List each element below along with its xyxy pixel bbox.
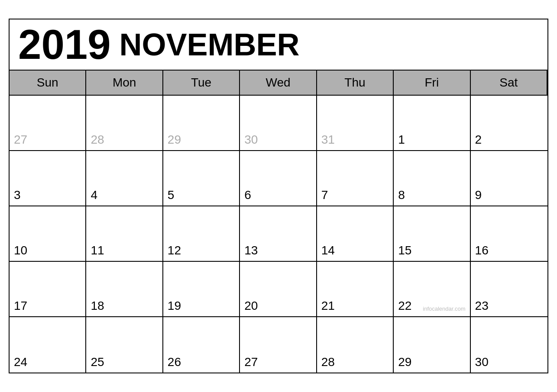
day-number: 5 bbox=[168, 188, 175, 202]
day-cell: 22infocalendar.com bbox=[394, 262, 470, 317]
day-cell: 23 bbox=[471, 262, 547, 317]
watermark: infocalendar.com bbox=[423, 305, 465, 312]
day-cell: 29 bbox=[394, 317, 470, 373]
day-number: 28 bbox=[321, 355, 335, 369]
day-cell: 27 bbox=[240, 317, 317, 373]
day-cell: 28 bbox=[317, 317, 394, 373]
calendar-header: 2019 NOVEMBER bbox=[10, 19, 547, 71]
day-number: 27 bbox=[14, 133, 27, 147]
day-number: 16 bbox=[475, 244, 489, 257]
day-cell: 30 bbox=[240, 96, 317, 151]
day-cell: 27 bbox=[10, 96, 86, 151]
day-number: 30 bbox=[244, 133, 258, 147]
day-number: 29 bbox=[168, 133, 181, 147]
day-cell: 14 bbox=[317, 206, 394, 262]
day-cell: 13 bbox=[240, 206, 317, 262]
day-cell: 15 bbox=[394, 206, 470, 262]
calendar: 2019 NOVEMBER SunMonTueWedThuFriSat27282… bbox=[9, 19, 548, 373]
day-number: 20 bbox=[244, 299, 258, 313]
day-cell: 31 bbox=[317, 96, 394, 151]
day-number: 7 bbox=[321, 188, 328, 202]
day-cell: 25 bbox=[86, 317, 163, 373]
day-number: 17 bbox=[14, 299, 27, 313]
day-cell: 26 bbox=[163, 317, 240, 373]
day-cell: 12 bbox=[163, 206, 240, 262]
day-number: 15 bbox=[398, 244, 411, 257]
day-cell: 9 bbox=[471, 151, 547, 206]
day-number: 26 bbox=[168, 355, 181, 369]
day-number: 10 bbox=[14, 244, 27, 257]
day-number: 6 bbox=[244, 188, 251, 202]
day-cell: 4 bbox=[86, 151, 163, 206]
day-number: 25 bbox=[91, 355, 104, 369]
day-number: 9 bbox=[475, 188, 482, 202]
day-cell: 3 bbox=[10, 151, 86, 206]
day-number: 3 bbox=[14, 188, 21, 202]
day-cell: 7 bbox=[317, 151, 394, 206]
day-number: 30 bbox=[475, 355, 489, 369]
day-number: 22 bbox=[398, 299, 411, 313]
day-cell: 28 bbox=[86, 96, 163, 151]
day-header: Tue bbox=[163, 71, 240, 96]
day-number: 29 bbox=[398, 355, 411, 369]
day-cell: 20 bbox=[240, 262, 317, 317]
day-number: 23 bbox=[475, 299, 489, 313]
calendar-month: NOVEMBER bbox=[120, 29, 300, 60]
day-number: 12 bbox=[168, 244, 181, 257]
day-number: 28 bbox=[91, 133, 104, 147]
day-header: Mon bbox=[86, 71, 163, 96]
day-number: 11 bbox=[91, 244, 104, 257]
day-cell: 8 bbox=[394, 151, 470, 206]
day-header: Sun bbox=[10, 71, 86, 96]
day-number: 24 bbox=[14, 355, 27, 369]
day-cell: 2 bbox=[471, 96, 547, 151]
day-number: 31 bbox=[321, 133, 335, 147]
day-number: 1 bbox=[398, 133, 405, 147]
day-number: 19 bbox=[168, 299, 181, 313]
calendar-grid: SunMonTueWedThuFriSat2728293031123456789… bbox=[10, 71, 547, 373]
day-number: 27 bbox=[244, 355, 258, 369]
day-number: 2 bbox=[475, 133, 482, 147]
day-cell: 5 bbox=[163, 151, 240, 206]
day-header: Fri bbox=[394, 71, 470, 96]
day-header: Wed bbox=[240, 71, 317, 96]
day-cell: 10 bbox=[10, 206, 86, 262]
day-number: 18 bbox=[91, 299, 104, 313]
day-cell: 1 bbox=[394, 96, 470, 151]
day-cell: 19 bbox=[163, 262, 240, 317]
calendar-year: 2019 bbox=[18, 24, 111, 65]
day-number: 21 bbox=[321, 299, 335, 313]
day-number: 4 bbox=[91, 188, 97, 202]
day-cell: 11 bbox=[86, 206, 163, 262]
day-cell: 29 bbox=[163, 96, 240, 151]
day-cell: 16 bbox=[471, 206, 547, 262]
day-number: 14 bbox=[321, 244, 335, 257]
day-cell: 17 bbox=[10, 262, 86, 317]
day-number: 13 bbox=[244, 244, 258, 257]
day-cell: 21 bbox=[317, 262, 394, 317]
day-cell: 6 bbox=[240, 151, 317, 206]
day-header: Thu bbox=[317, 71, 394, 96]
day-cell: 30 bbox=[471, 317, 547, 373]
day-number: 8 bbox=[398, 188, 405, 202]
day-cell: 24 bbox=[10, 317, 86, 373]
day-cell: 18 bbox=[86, 262, 163, 317]
day-header: Sat bbox=[471, 71, 547, 96]
